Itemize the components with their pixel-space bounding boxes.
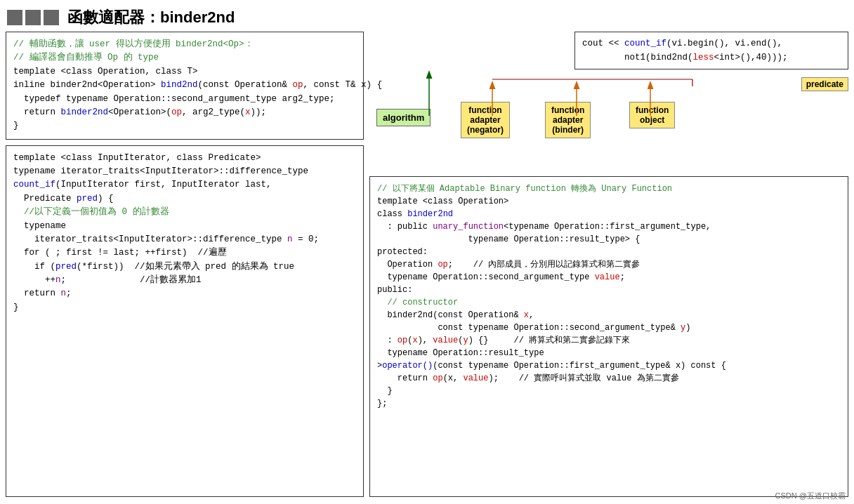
count-if-comment: //以下定義一個初值為 0 的計數器 xyxy=(13,206,356,219)
code-line-4: inline binder2nd<Operation> bind2nd(cons… xyxy=(13,79,356,92)
binder2nd-line-17: } xyxy=(377,385,841,397)
count-if-line-2: typename iterator_traits<InputIterator>:… xyxy=(13,165,356,178)
header-icons xyxy=(7,10,59,25)
code-line-6: return binder2nd<Operation>(op, arg2_typ… xyxy=(13,106,356,119)
code-line-5: typedef typename Operation::second_argum… xyxy=(13,93,356,106)
binder2nd-line-14: typename Operation::result_type xyxy=(377,347,841,359)
icon-sq-3 xyxy=(44,10,59,25)
predicate-label: predicate xyxy=(801,77,848,91)
credits: CSDN @五道口校霸 xyxy=(775,491,846,501)
count-if-line-7: for ( ; first != last; ++first) //遍歷 xyxy=(13,246,356,260)
count-if-line-3: count_if(InputIterator first, InputItera… xyxy=(13,178,356,192)
bind2nd-helper-code: // 輔助函數，讓 user 得以方便使用 binder2nd<Op>： // … xyxy=(6,32,364,140)
binder2nd-code: // 以下將某個 Adaptable Binary function 轉換為 U… xyxy=(369,176,848,497)
binder2nd-line-16: return op(x, value); // 實際呼叫算式並取 value 為… xyxy=(377,372,841,385)
right-column: cout << count_if(vi.begin(), vi.end(), n… xyxy=(369,32,848,497)
binder2nd-line-13: : op(x), value(y) {} // 將算式和第二實參記錄下來 xyxy=(377,334,841,347)
binder2nd-line-5: typename Operation::result_type> { xyxy=(377,233,841,246)
binder2nd-line-8: typename Operation::second_argument_type… xyxy=(377,271,841,284)
binder2nd-line-7: Operation op; // 內部成員，分別用以記錄算式和第二實參 xyxy=(377,258,841,271)
title-bold: binder2nd xyxy=(160,8,235,26)
icon-sq-1 xyxy=(7,10,22,25)
code-line-7: } xyxy=(13,119,356,133)
icon-sq-2 xyxy=(25,10,41,25)
fadapter-negator-label: function adapter (negator) xyxy=(461,102,510,138)
algorithm-label: algorithm xyxy=(376,109,431,126)
binder2nd-line-11: binder2nd(const Operation& x, xyxy=(377,309,841,321)
left-column: // 輔助函數，讓 user 得以方便使用 binder2nd<Op>： // … xyxy=(6,32,364,497)
code-comment-2: // 編譯器會自動推導 Op 的 type xyxy=(13,51,356,65)
count-if-code: template <class InputIterator, class Pre… xyxy=(6,145,364,497)
binder2nd-line-2: template <class Operation> xyxy=(377,195,841,208)
binder2nd-line-6: protected: xyxy=(377,246,841,258)
main-content: // 輔助函數，讓 user 得以方便使用 binder2nd<Op>： // … xyxy=(0,32,854,497)
count-if-line-1: template <class InputIterator, class Pre… xyxy=(13,152,356,165)
cout-line-2: not1(bind2nd(less<int>(),40))); xyxy=(582,51,841,65)
count-if-line-10: return n; xyxy=(13,287,356,300)
binder2nd-line-12: const typename Operation::second_argumen… xyxy=(377,321,841,334)
count-if-line-6: iterator_traits<InputIterator>::differen… xyxy=(13,233,356,246)
binder2nd-line-15: >operator()(const typename Operation::fi… xyxy=(377,359,841,372)
binder2nd-line-3: class binder2nd xyxy=(377,208,841,220)
cout-box: cout << count_if(vi.begin(), vi.end(), n… xyxy=(574,32,848,69)
header: 函數適配器：binder2nd xyxy=(0,0,854,32)
binder2nd-constructor-comment: // constructor xyxy=(377,296,841,309)
page-title: 函數適配器：binder2nd xyxy=(67,7,235,28)
binder2nd-line-18: }; xyxy=(377,397,841,410)
count-if-line-11: } xyxy=(13,301,356,314)
cout-line-1: cout << count_if(vi.begin(), vi.end(), xyxy=(582,37,841,51)
binder2nd-comment: // 以下將某個 Adaptable Binary function 轉換為 U… xyxy=(377,183,841,195)
fobject-label: function object xyxy=(629,102,675,128)
count-if-line-5: typename xyxy=(13,220,356,233)
code-line-3: template <class Operation, class T> xyxy=(13,65,356,79)
binder2nd-line-4: : public unary_function<typename Operati… xyxy=(377,220,841,233)
diagram-area: cout << count_if(vi.begin(), vi.end(), n… xyxy=(369,32,848,172)
fadapter-binder-label: function adapter (binder) xyxy=(545,102,591,138)
binder2nd-line-9: public: xyxy=(377,284,841,296)
title-prefix: 函數適配器： xyxy=(67,8,160,26)
count-if-line-9: ++n; //計數器累加1 xyxy=(13,274,356,287)
count-if-line-4: Predicate pred) { xyxy=(13,192,356,206)
code-comment-1: // 輔助函數，讓 user 得以方便使用 binder2nd<Op>： xyxy=(13,38,356,51)
count-if-line-8: if (pred(*first)) //如果元素帶入 pred 的結果為 tru… xyxy=(13,260,356,274)
